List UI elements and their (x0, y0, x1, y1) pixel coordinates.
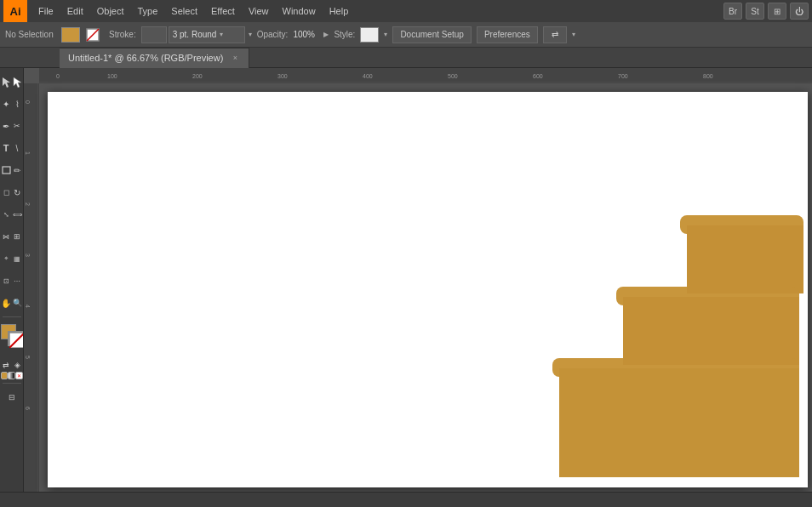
svg-text:0: 0 (25, 100, 31, 104)
symbol-tool-btn[interactable]: ⌖ (1, 248, 12, 269)
type-group: T \ (1, 138, 23, 158)
menu-help[interactable]: Help (323, 4, 355, 18)
default-colors-icon[interactable]: ◈ (13, 360, 23, 370)
artboard (48, 92, 808, 487)
svg-rect-31 (687, 225, 803, 293)
hand-zoom-group: ✋ 🔍 (1, 293, 23, 313)
menu-icon-group: Br St ⊞ ⏻ (723, 3, 809, 20)
main-layout: ✦ ⌇ ✒ ✂ T \ ✏ ◻ ↻ ⤡ ⟺ (0, 68, 812, 492)
stroke-box[interactable] (8, 331, 23, 346)
svg-text:800: 800 (703, 73, 713, 79)
gradient-btn[interactable] (8, 372, 15, 379)
mirror-tool-btn[interactable]: ⟺ (12, 204, 23, 225)
style-swatch[interactable] (360, 27, 379, 43)
pen-tool-btn[interactable]: ✒ (1, 116, 12, 136)
svg-text:6: 6 (25, 407, 31, 410)
svg-marker-3 (14, 77, 21, 88)
scale-group: ⤡ ⟺ (1, 204, 23, 225)
color-mode-icons: ⇄ ◈ (1, 360, 23, 370)
ruler-left: 0 1 2 3 4 5 6 (24, 83, 39, 492)
width-tool-btn[interactable]: ⋈ (1, 226, 12, 247)
menu-type[interactable]: Type (132, 4, 164, 18)
svg-text:200: 200 (192, 73, 203, 79)
svg-rect-32 (623, 297, 799, 365)
toolbar-separator-2 (3, 383, 21, 384)
tab-title: Untitled-1* @ 66.67% (RGB/Preview) (68, 53, 223, 63)
svg-text:100: 100 (107, 73, 117, 79)
selection-tool-btn[interactable] (1, 71, 12, 92)
svg-text:500: 500 (448, 73, 458, 79)
color-btn[interactable] (1, 372, 9, 379)
menu-file[interactable]: File (32, 4, 60, 18)
screen-mode-btn[interactable]: ⊟ (1, 387, 23, 407)
stair-illustration (535, 207, 808, 487)
sync-icon-btn[interactable]: ⏻ (790, 3, 809, 20)
width-group: ⋈ ⊞ (1, 226, 23, 247)
direct-selection-tool-btn[interactable] (12, 71, 23, 92)
zoom-tool-btn[interactable]: 🔍 (12, 293, 23, 313)
arrange-button[interactable]: ⇄ (543, 26, 567, 43)
stroke-weight-label: 3 pt. Round (173, 30, 217, 39)
document-setup-button[interactable]: Document Setup (392, 26, 472, 43)
menu-select[interactable]: Select (165, 4, 203, 18)
menu-view[interactable]: View (243, 4, 275, 18)
document-tab[interactable]: Untitled-1* @ 66.67% (RGB/Preview) × (60, 48, 249, 68)
fill-color-swatch[interactable] (61, 27, 80, 43)
eraser-group: ◻ ↻ (1, 182, 23, 202)
graph-tool-btn[interactable]: ▦ (12, 248, 23, 269)
svg-text:4: 4 (25, 305, 31, 308)
eraser-tool-btn[interactable]: ◻ (1, 182, 12, 202)
hand-tool-btn[interactable]: ✋ (1, 293, 12, 313)
svg-text:0: 0 (56, 73, 60, 79)
menu-object[interactable]: Object (91, 4, 130, 18)
lasso-btn[interactable]: ⌇ (12, 94, 23, 114)
preferences-button[interactable]: Preferences (477, 26, 538, 43)
stroke-weight-input[interactable] (141, 26, 167, 43)
line-tool-btn[interactable]: \ (12, 138, 23, 158)
canvas-area[interactable]: 0 100 200 300 400 500 600 700 800 0 1 (24, 68, 812, 492)
toolbar-separator (3, 316, 21, 317)
menu-edit[interactable]: Edit (61, 4, 89, 18)
free-transform-btn[interactable]: ⊞ (12, 226, 23, 247)
shape-group: ✏ (1, 160, 23, 180)
svg-text:2: 2 (25, 202, 31, 206)
rectangle-tool-btn[interactable] (1, 160, 12, 180)
svg-rect-33 (559, 368, 799, 477)
opacity-expand[interactable]: ▶ (323, 31, 329, 38)
slice-tool-btn[interactable]: ⋯ (12, 271, 23, 291)
add-anchor-btn[interactable]: ✂ (12, 116, 23, 136)
rotate-tool-btn[interactable]: ↻ (12, 182, 23, 202)
artboard-group: ⊡ ⋯ (1, 271, 23, 291)
menu-window[interactable]: Window (277, 4, 322, 18)
magic-wand-btn[interactable]: ✦ (1, 94, 12, 114)
menu-effect[interactable]: Effect (205, 4, 241, 18)
tab-close-button[interactable]: × (230, 53, 240, 63)
artboard-tool-btn[interactable]: ⊡ (1, 271, 12, 291)
stock-icon-btn[interactable]: St (746, 3, 764, 20)
arrange-dropdown[interactable]: ▾ (572, 31, 575, 38)
swap-colors-icon[interactable]: ⇄ (1, 360, 11, 370)
left-toolbar: ✦ ⌇ ✒ ✂ T \ ✏ ◻ ↻ ⤡ ⟺ (0, 68, 24, 492)
no-selection-label: No Selection (5, 30, 56, 39)
wand-lasso-group: ✦ ⌇ (1, 94, 23, 114)
svg-rect-4 (3, 167, 10, 174)
svg-text:400: 400 (363, 73, 373, 79)
style-dropdown-arrow[interactable]: ▾ (384, 31, 387, 38)
type-tool-btn[interactable]: T (1, 138, 12, 158)
scale-tool-btn[interactable]: ⤡ (1, 204, 12, 225)
status-bar (0, 492, 812, 507)
menu-bar: Ai File Edit Object Type Select Effect V… (0, 0, 812, 22)
stroke-weight-area: 3 pt. Round ▾ ▾ (141, 26, 252, 43)
fill-mode-group: ✕ (1, 372, 23, 379)
svg-marker-2 (3, 77, 10, 88)
pencil-tool-btn[interactable]: ✏ (12, 160, 23, 180)
bridge-icon-btn[interactable]: Br (723, 3, 742, 20)
stroke-label: Stroke: (109, 30, 136, 39)
tab-bar: Untitled-1* @ 66.67% (RGB/Preview) × (0, 48, 812, 68)
svg-text:5: 5 (25, 356, 31, 359)
app-logo: Ai (3, 0, 27, 22)
options-bar: No Selection Stroke: 3 pt. Round ▾ ▾ Opa… (0, 22, 812, 48)
stroke-indicator[interactable] (85, 27, 104, 43)
none-btn[interactable]: ✕ (15, 372, 23, 379)
workspace-icon-btn[interactable]: ⊞ (768, 3, 786, 20)
